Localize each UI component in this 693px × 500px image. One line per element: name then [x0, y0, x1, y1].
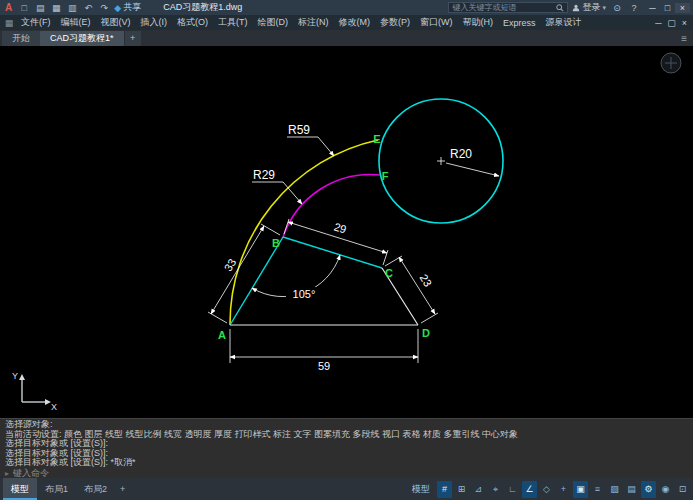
command-history-line: 选择目标对象或 [设置(S)]: *取消*	[5, 458, 688, 468]
tab-overflow-menu-icon[interactable]: ≡	[675, 31, 693, 46]
close-button[interactable]: ×	[675, 3, 690, 13]
mdi-restore-button[interactable]: ▢	[665, 18, 678, 28]
snap-icon[interactable]: ⊞	[454, 481, 469, 498]
save-icon[interactable]: ▦	[50, 3, 62, 13]
line-bc[interactable]	[283, 237, 382, 268]
plot-icon[interactable]: ▥	[66, 3, 78, 13]
dim-ab-text[interactable]: 33	[222, 257, 239, 274]
selection-cycling-icon[interactable]: ▤	[624, 481, 639, 498]
point-b-label[interactable]: B	[272, 237, 280, 249]
workspace-grid-icon[interactable]: ▦	[2, 18, 16, 28]
titlebar-right: 登录 ▾ ⊙ ? ─ □ ×	[572, 1, 690, 14]
center-cross-icon	[437, 157, 445, 165]
tab-drawing[interactable]: CAD习题教程1*	[40, 31, 124, 46]
point-a-label[interactable]: A	[218, 329, 226, 341]
grid-icon[interactable]: #	[437, 481, 452, 498]
dim-ab[interactable]	[208, 224, 280, 323]
app-store-icon[interactable]: ⊙	[611, 3, 623, 13]
point-e-label[interactable]: E	[373, 133, 380, 145]
new-layout-button[interactable]: +	[115, 478, 130, 500]
command-prompt-icon: ▸	[5, 469, 9, 478]
menu-tools[interactable]: 工具(T)	[213, 16, 253, 29]
menu-insert[interactable]: 插入(I)	[136, 16, 173, 29]
isodraft-icon[interactable]: ◇	[539, 481, 554, 498]
command-history-line: 选择源对象:	[5, 420, 688, 430]
dynamic-input-icon[interactable]: ⌖	[488, 481, 503, 498]
polar-tracking-icon[interactable]: ∠	[522, 481, 537, 498]
ucs-icon[interactable]: Y X	[12, 371, 57, 412]
leader-r20[interactable]: R20	[446, 147, 499, 176]
object-snap-icon[interactable]: ▣	[573, 481, 588, 498]
app-logo-icon[interactable]: A	[3, 2, 14, 13]
minimize-button[interactable]: ─	[645, 3, 660, 13]
line-ab[interactable]	[230, 237, 283, 325]
menu-window[interactable]: 窗口(W)	[415, 16, 458, 29]
menu-help[interactable]: 帮助(H)	[458, 16, 499, 29]
menu-draw[interactable]: 绘图(D)	[253, 16, 294, 29]
model-space-toggle[interactable]: 模型	[407, 483, 435, 496]
menu-express[interactable]: Express	[498, 18, 541, 28]
search-input[interactable]	[452, 3, 553, 12]
menu-modify[interactable]: 修改(M)	[334, 16, 376, 29]
infer-constraints-icon[interactable]: ⊿	[471, 481, 486, 498]
menu-edit[interactable]: 编辑(E)	[56, 16, 96, 29]
share-icon: ◆	[114, 3, 121, 13]
layout-tab-layout1[interactable]: 布局1	[37, 478, 76, 500]
search-box[interactable]	[448, 2, 568, 13]
leader-r59[interactable]: R59	[287, 123, 334, 156]
undo-icon[interactable]: ↶	[82, 3, 94, 13]
mdi-minimize-button[interactable]: ─	[652, 18, 665, 28]
point-labels: A B C D E F	[218, 133, 430, 341]
menu-view[interactable]: 视图(V)	[96, 16, 136, 29]
dim-cd-text[interactable]: 23	[418, 272, 435, 289]
help-icon[interactable]: ?	[628, 3, 640, 13]
clean-screen-icon[interactable]: ⊡	[675, 481, 690, 498]
new-file-icon[interactable]: □	[18, 3, 30, 13]
transparency-icon[interactable]: ▨	[607, 481, 622, 498]
leader-r20-text: R20	[450, 147, 472, 161]
command-history-line: 选择目标对象或 [设置(S)]:	[5, 449, 688, 459]
new-drawing-tab-button[interactable]: +	[125, 31, 141, 46]
ortho-icon[interactable]: ∟	[505, 481, 520, 498]
dim-angle-text[interactable]: 105°	[293, 288, 316, 300]
ucs-y-label: Y	[12, 371, 18, 381]
open-file-icon[interactable]: ▤	[34, 3, 46, 13]
maximize-button[interactable]: □	[660, 3, 675, 13]
dim-ad-text[interactable]: 59	[318, 360, 330, 372]
command-history-line: 选择目标对象或 [设置(S)]:	[5, 439, 688, 449]
menubar: ▦ 文件(F) 编辑(E) 视图(V) 插入(I) 格式(O) 工具(T) 绘图…	[0, 15, 693, 30]
file-tabbar: 开始 CAD习题教程1* + ≡	[0, 30, 693, 46]
autocad-window: A □ ▤ ▦ ▥ ↶ ↷ ◆共享 CAD习题教程1.dwg 登录 ▾ ⊙ ? …	[0, 0, 693, 500]
dim-ad[interactable]	[230, 329, 418, 363]
menu-parametric[interactable]: 参数(P)	[375, 16, 415, 29]
share-button[interactable]: ◆共享	[114, 1, 141, 14]
menu-yqarch[interactable]: 源泉设计	[541, 16, 587, 29]
navigation-wheel-icon[interactable]	[661, 53, 681, 73]
object-snap-tracking-icon[interactable]: +	[556, 481, 571, 498]
workspace-gear-icon[interactable]: ⚙	[641, 481, 656, 498]
point-f-label[interactable]: F	[382, 170, 389, 182]
signin-button[interactable]: 登录 ▾	[572, 1, 606, 14]
drawing-canvas[interactable]: 33 29 23 59	[0, 46, 693, 418]
search-icon[interactable]	[556, 4, 564, 12]
dim-bc-text[interactable]: 29	[333, 220, 348, 235]
layout-tab-model[interactable]: 模型	[3, 478, 37, 500]
status-icons: 模型 # ⊞ ⊿ ⌖ ∟ ∠ ◇ + ▣ ≡ ▨ ▤ ⚙ ◉ ⊡	[407, 481, 690, 498]
arc-r29[interactable]	[283, 174, 380, 237]
command-line-panel[interactable]: 选择源对象: 当前活动设置: 颜色 图层 线型 线型比例 线宽 透明度 厚度 打…	[0, 418, 693, 478]
mdi-close-button[interactable]: ×	[678, 18, 691, 28]
menu-dimension[interactable]: 标注(N)	[293, 16, 334, 29]
layout-tab-layout2[interactable]: 布局2	[76, 478, 115, 500]
redo-icon[interactable]: ↷	[98, 3, 110, 13]
menu-file[interactable]: 文件(F)	[16, 16, 56, 29]
annotation-monitor-icon[interactable]: ◉	[658, 481, 673, 498]
point-d-label[interactable]: D	[422, 327, 430, 339]
titlebar: A □ ▤ ▦ ▥ ↶ ↷ ◆共享 CAD习题教程1.dwg 登录 ▾ ⊙ ? …	[0, 0, 693, 15]
menu-format[interactable]: 格式(O)	[172, 16, 213, 29]
lineweight-icon[interactable]: ≡	[590, 481, 605, 498]
point-c-label[interactable]: C	[385, 267, 393, 279]
command-history-line: 当前活动设置: 颜色 图层 线型 线型比例 线宽 透明度 厚度 打印样式 标注 …	[5, 430, 688, 440]
window-controls: ─ □ ×	[645, 3, 690, 13]
signin-label: 登录	[582, 1, 600, 14]
tab-start[interactable]: 开始	[2, 31, 40, 46]
